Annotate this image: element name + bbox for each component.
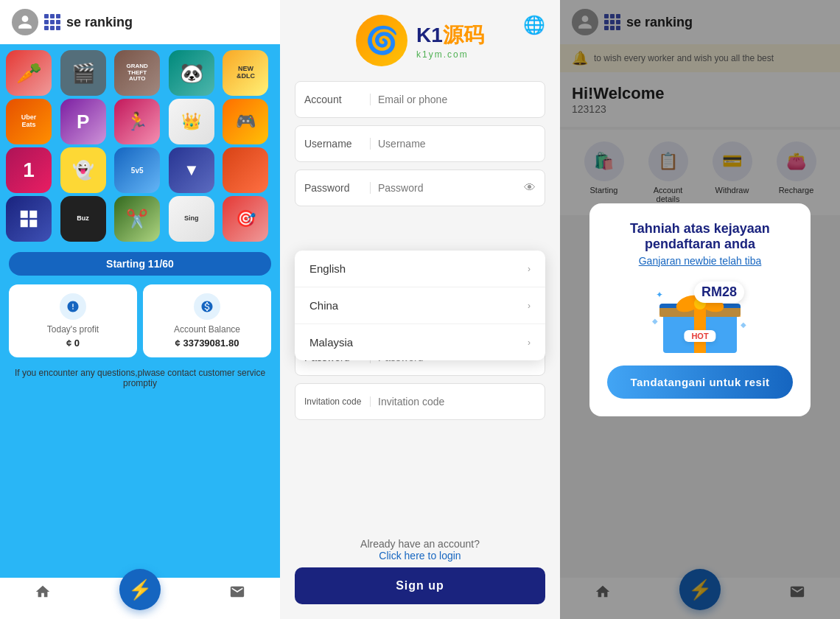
profile-button[interactable] — [229, 584, 245, 610]
password-input[interactable] — [371, 182, 524, 194]
already-account-text: Already have an account? Click here to l… — [280, 538, 560, 562]
panel1-bottom-nav: ⚡ — [0, 578, 280, 619]
invite-field: Invitation code — [295, 383, 545, 420]
panel1-header: se ranking — [0, 0, 280, 44]
app-icon[interactable]: 👑 — [169, 99, 214, 144]
app-icon[interactable] — [223, 147, 268, 193]
hot-badge: HOT — [684, 330, 715, 342]
app-icon[interactable]: 1 — [6, 147, 52, 193]
starting-bar[interactable]: Starting 11/60 — [9, 252, 271, 276]
app-icon[interactable]: ✂️ — [114, 196, 160, 242]
modal-title: Tahniah atas kejayaanpendaftaran anda — [607, 221, 793, 252]
account-label: Account — [304, 94, 371, 105]
lang-option-china[interactable]: China › — [295, 287, 545, 324]
app-icon[interactable]: 👻 — [60, 147, 106, 193]
svg-text:◆: ◆ — [741, 321, 746, 329]
app-icon[interactable]: ▼ — [169, 147, 214, 193]
home-button[interactable] — [35, 584, 51, 610]
lightning-button[interactable]: ⚡ — [119, 569, 161, 610]
svg-text:◆: ◆ — [652, 317, 658, 325]
username-input[interactable] — [371, 138, 536, 150]
account-input[interactable] — [371, 94, 536, 105]
gift-box-visual: ✦ ✦ ◆ ◆ RM28 HOT — [648, 276, 752, 357]
app-icon[interactable]: 🎯 — [223, 196, 268, 242]
app-grid-logo — [44, 14, 60, 30]
app-icon[interactable]: 🎮 — [223, 99, 268, 144]
account-balance-card: Account Balance ¢ 33739081.80 — [143, 284, 271, 357]
app-icon[interactable]: 🥕 — [6, 50, 52, 96]
avatar — [12, 9, 38, 35]
profit-icon — [60, 293, 86, 320]
modal-cta-button[interactable]: Tandatangani untuk resit — [607, 366, 793, 399]
register-form: Account Username Password 👁 English › Ch… — [280, 81, 560, 529]
today-profit-label: Today's profit — [18, 324, 128, 335]
logo-k1: K1源码 — [416, 21, 484, 49]
globe-icon[interactable]: 🌐 — [523, 15, 545, 35]
chevron-right-icon: › — [528, 264, 531, 274]
password-label: Password — [304, 182, 371, 194]
lang-malaysia-label: Malaysia — [309, 336, 353, 349]
lang-china-label: China — [309, 299, 338, 312]
logo-subtitle: k1ym.com — [416, 49, 484, 60]
panel-dashboard: se ranking 🔔 to wish every worker and wi… — [560, 0, 840, 619]
invite-input[interactable] — [371, 396, 536, 408]
today-profit-card: Today's profit ¢ 0 — [9, 284, 137, 357]
username-label: Username — [304, 138, 371, 150]
panel1-app-name: se ranking — [66, 15, 133, 30]
lang-option-malaysia[interactable]: Malaysia › — [295, 324, 545, 360]
app-icon[interactable]: 🎬 — [60, 50, 106, 96]
app-icon[interactable]: P — [60, 99, 106, 144]
app-icon[interactable]: 🐼 — [169, 50, 214, 96]
stats-row: Today's profit ¢ 0 Account Balance ¢ 337… — [9, 284, 271, 357]
password-field: Password 👁 — [295, 169, 545, 206]
account-field: Account — [295, 81, 545, 118]
account-balance-value: ¢ 33739081.80 — [152, 338, 262, 349]
login-link[interactable]: Click here to login — [379, 550, 461, 562]
app-icon[interactable]: 🏃 — [114, 99, 160, 144]
balance-icon — [194, 293, 220, 320]
username-field: Username — [295, 125, 545, 162]
app-icon[interactable]: Buz — [60, 196, 106, 242]
panel-register: 🌐 🌀 K1源码 k1ym.com Account Username Passw… — [280, 0, 560, 619]
logo-section: 🌀 K1源码 k1ym.com — [280, 0, 560, 81]
chevron-right-icon: › — [528, 301, 531, 311]
svg-text:✦: ✦ — [656, 290, 663, 300]
lang-english-label: English — [309, 262, 346, 275]
reward-modal: Tahniah atas kejayaanpendaftaran anda Ga… — [589, 203, 811, 416]
signup-button[interactable]: Sign up — [295, 567, 545, 604]
language-dropdown: English › China › Malaysia › — [295, 251, 545, 360]
panel-home: se ranking 🥕 🎬 GRANDTHEFTAUTO 🐼 NEW&DLC … — [0, 0, 280, 619]
invite-label: Invitation code — [304, 396, 371, 407]
account-balance-label: Account Balance — [152, 324, 262, 335]
app-icon[interactable]: Sing — [169, 196, 214, 242]
chevron-right-icon: › — [528, 338, 531, 348]
notice-text: If you encounter any questions,plwase co… — [0, 362, 280, 394]
lang-option-english[interactable]: English › — [295, 251, 545, 287]
modal-overlay: Tahniah atas kejayaanpendaftaran anda Ga… — [560, 0, 840, 619]
today-profit-value: ¢ 0 — [18, 338, 128, 349]
modal-subtitle: Ganjaran newbie telah tiba — [607, 255, 793, 267]
app-icon[interactable] — [6, 196, 52, 242]
rm28-badge: RM28 — [694, 281, 744, 303]
logo-image: 🌀 — [356, 15, 407, 66]
eye-icon[interactable]: 👁 — [524, 181, 536, 195]
app-icon[interactable]: UberEats — [6, 99, 52, 144]
app-grid: 🥕 🎬 GRANDTHEFTAUTO 🐼 NEW&DLC UberEats P … — [0, 44, 280, 248]
app-icon[interactable]: GRANDTHEFTAUTO — [114, 50, 160, 96]
logo-text: K1源码 k1ym.com — [416, 21, 484, 60]
app-icon[interactable]: 5v5 — [114, 147, 160, 193]
app-icon[interactable]: NEW&DLC — [223, 50, 268, 96]
